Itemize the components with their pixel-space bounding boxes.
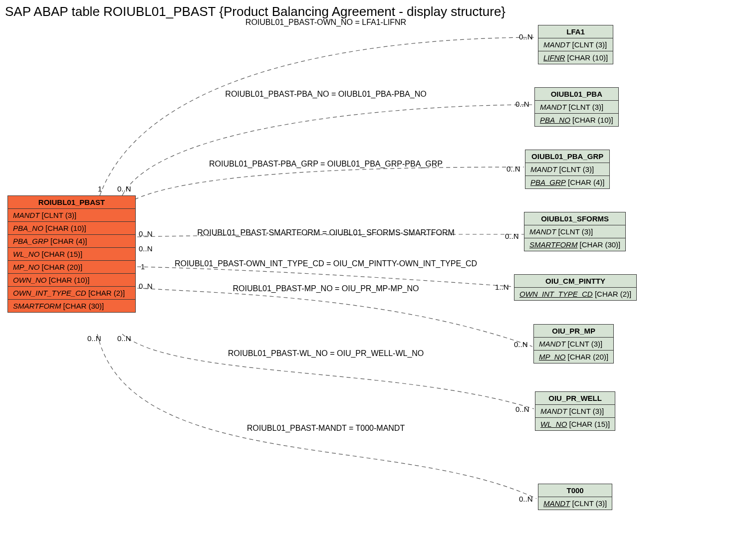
entity-header: LFA1 (538, 25, 613, 38)
field-row: OWN_INT_TYPE_CD [CHAR (2)] (8, 287, 135, 300)
cardinality-label: 0..N (117, 334, 131, 343)
field-row: MANDT [CLNT (3)] (534, 338, 613, 351)
field-row: MANDT [CLNT (3)] (524, 225, 625, 238)
field-row: PBA_NO [CHAR (10)] (535, 114, 618, 126)
entity-oiu-pr-mp: OIU_PR_MP MANDT [CLNT (3)] MP_NO [CHAR (… (533, 324, 614, 363)
cardinality-label: 0..N (117, 184, 131, 193)
entity-header: OIU_CM_PINTTY (514, 275, 636, 288)
relation-label: ROIUBL01_PBAST-SMARTFORM = OIUBL01_SFORM… (197, 228, 455, 237)
cardinality-label: 0..N (519, 495, 533, 503)
relation-label: ROIUBL01_PBAST-WL_NO = OIU_PR_WELL-WL_NO (228, 349, 424, 358)
cardinality-label: 0..N (506, 165, 520, 173)
cardinality-label: 0..N (139, 282, 153, 290)
field-row: SMARTFORM [CHAR (30)] (8, 300, 135, 312)
entity-oiu-pr-well: OIU_PR_WELL MANDT [CLNT (3)] WL_NO [CHAR… (535, 391, 615, 431)
field-row: MANDT [CLNT (3)] (535, 405, 615, 418)
field-row: LIFNR [CHAR (10)] (538, 51, 613, 64)
cardinality-label: 0..N (514, 340, 528, 349)
field-row: MANDT [CLNT (3)] (538, 38, 613, 51)
field-row: MANDT [CLNT (3)] (535, 101, 618, 114)
field-row: WL_NO [CHAR (15)] (8, 248, 135, 261)
entity-oiubl01-pba: OIUBL01_PBA MANDT [CLNT (3)] PBA_NO [CHA… (534, 87, 619, 127)
entity-header: OIUBL01_SFORMS (524, 212, 625, 225)
field-row: MANDT [CLNT (3)] (538, 497, 612, 510)
entity-roiubl01-pbast: ROIUBL01_PBAST MANDT [CLNT (3)] PBA_NO [… (7, 195, 136, 313)
entity-oiubl01-sforms: OIUBL01_SFORMS MANDT [CLNT (3)] SMARTFOR… (524, 212, 626, 251)
field-row: PBA_NO [CHAR (10)] (8, 222, 135, 235)
cardinality-label: 0..N (505, 232, 519, 240)
cardinality-label: 0..N (515, 100, 529, 108)
field-row: SMARTFORM [CHAR (30)] (524, 238, 625, 251)
cardinality-label: 0..N (87, 334, 101, 343)
cardinality-label: 0..N (515, 405, 529, 413)
relation-label: ROIUBL01_PBAST-OWN_INT_TYPE_CD = OIU_CM_… (175, 259, 477, 268)
field-row: OWN_NO [CHAR (10)] (8, 274, 135, 287)
entity-oiu-cm-pintty: OIU_CM_PINTTY OWN_INT_TYPE_CD [CHAR (2)] (514, 274, 637, 301)
page-title: SAP ABAP table ROIUBL01_PBAST {Product B… (5, 4, 505, 19)
relation-label: ROIUBL01_PBAST-MANDT = T000-MANDT (247, 424, 405, 433)
entity-header: OIUBL01_PBA_GRP (525, 150, 609, 163)
field-row: MANDT [CLNT (3)] (8, 209, 135, 222)
cardinality-label: 1..N (495, 283, 509, 291)
relation-label: ROIUBL01_PBAST-PBA_NO = OIUBL01_PBA-PBA_… (225, 90, 426, 99)
entity-oiubl01-pba-grp: OIUBL01_PBA_GRP MANDT [CLNT (3)] PBA_GRP… (525, 150, 610, 189)
field-row: WL_NO [CHAR (15)] (535, 418, 615, 430)
field-row: OWN_INT_TYPE_CD [CHAR (2)] (514, 288, 636, 300)
entity-header: OIU_PR_WELL (535, 392, 615, 405)
entity-header: T000 (538, 484, 612, 497)
cardinality-label: 0..N (139, 244, 153, 253)
entity-header: OIUBL01_PBA (535, 88, 618, 101)
relation-label: ROIUBL01_PBAST-OWN_NO = LFA1-LIFNR (246, 18, 406, 27)
entity-header: ROIUBL01_PBAST (8, 196, 135, 209)
entity-t000: T000 MANDT [CLNT (3)] (538, 484, 612, 510)
cardinality-label: 1 (141, 262, 145, 271)
relation-label: ROIUBL01_PBAST-MP_NO = OIU_PR_MP-MP_NO (233, 284, 419, 293)
field-row: PBA_GRP [CHAR (4)] (525, 176, 609, 188)
field-row: MP_NO [CHAR (20)] (534, 351, 613, 363)
cardinality-label: 0..N (139, 229, 153, 238)
entity-header: OIU_PR_MP (534, 325, 613, 338)
field-row: PBA_GRP [CHAR (4)] (8, 235, 135, 248)
entity-lfa1: LFA1 MANDT [CLNT (3)] LIFNR [CHAR (10)] (538, 25, 613, 64)
field-row: MP_NO [CHAR (20)] (8, 261, 135, 274)
cardinality-label: 0..N (519, 32, 533, 41)
cardinality-label: 1 (98, 184, 102, 193)
field-row: MANDT [CLNT (3)] (525, 163, 609, 176)
relation-label: ROIUBL01_PBAST-PBA_GRP = OIUBL01_PBA_GRP… (209, 160, 443, 169)
